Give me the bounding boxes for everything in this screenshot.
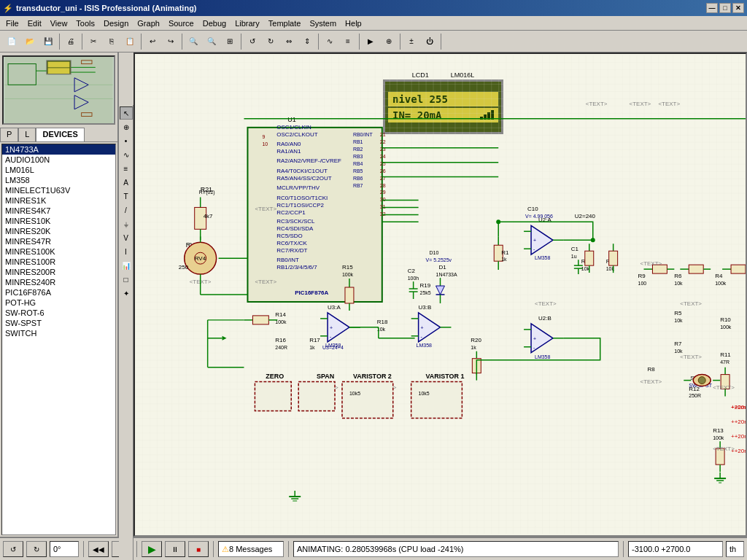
power-button[interactable]: ⏻ [421,33,438,50]
simulate-button[interactable]: ▶ [362,33,379,50]
menu-item-graph[interactable]: Graph [133,18,164,29]
device-item[interactable]: MINELECT1U63V [2,185,115,195]
menu-item-file[interactable]: File [1,18,23,29]
markers-tool[interactable]: ✦ [120,287,133,300]
device-item[interactable]: SW-ROT-6 [2,308,115,318]
new-button[interactable]: 📄 [3,33,20,50]
undo-button[interactable]: ↩ [144,33,161,50]
device-item[interactable]: SW-SPST [2,318,115,328]
device-item[interactable]: AUDIO100N [2,155,115,165]
menu-item-view[interactable]: View [46,18,72,29]
svg-text:R11: R11 [720,351,731,358]
svg-text:RA4/T0CKI/C1OUT: RA4/T0CKI/C1OUT [276,168,328,174]
menu-item-tools[interactable]: Tools [71,18,99,29]
device-item[interactable]: MINRES20K [2,226,115,236]
zoom-in-button[interactable]: 🔍 [185,33,202,50]
play-button[interactable]: ▶ [142,541,162,557]
svg-text:RB0/INT: RB0/INT [353,132,373,137]
device-item[interactable]: PIC16F876A [2,287,115,298]
select-tool[interactable]: ↖ [120,106,133,120]
menu-item-design[interactable]: Design [99,18,133,29]
copy-button[interactable]: ⎘ [103,33,120,50]
menu-item-edit[interactable]: Edit [23,18,46,29]
menu-item-help[interactable]: Help [341,18,366,29]
virtual-instrument-tool[interactable]: 📊 [120,259,133,272]
device-item[interactable]: MINRES100R [2,257,115,267]
svg-text:+: + [330,325,333,330]
device-item[interactable]: MINRES47R [2,236,115,246]
device-item[interactable]: SWITCH [2,328,115,338]
svg-text:RC6/TX/CK: RC6/TX/CK [276,240,307,246]
rotate-ccw-button[interactable]: ↺ [244,33,261,50]
svg-rect-122 [585,251,594,265]
device-item[interactable]: MINRES240R [2,277,115,287]
tab-p[interactable]: P [0,128,18,141]
cut-button[interactable]: ✂ [85,33,102,50]
device-item[interactable]: MINRES4K7 [2,206,115,216]
save-button[interactable]: 💾 [39,33,57,50]
pause-button[interactable]: ⏸ [165,541,185,557]
wire-button[interactable]: ∿ [321,33,338,50]
app-icon: ⚡ [3,4,13,13]
close-button[interactable]: ✕ [732,3,744,13]
junction-tool[interactable]: • [120,134,133,147]
device-item[interactable]: MINRES1K [2,195,115,206]
probe-voltage-tool[interactable]: V [120,231,133,244]
bus-tool[interactable]: ≡ [120,162,133,175]
component-tool[interactable]: ⊕ [120,120,133,133]
step-back-button[interactable]: ◀◀ [88,541,109,557]
device-item[interactable]: 1N4733A [2,144,115,155]
device-item[interactable]: LM358 [2,175,115,185]
schematic-area[interactable]: LCD1 LM016L nivel 255 IN= 20mA [133,52,747,537]
open-button[interactable]: 📂 [21,33,39,50]
svg-text:1k: 1k [471,345,476,350]
svg-text:<TEXT>: <TEXT> [713,446,735,452]
svg-text:250: 250 [179,264,189,271]
svg-text:<TEXT>: <TEXT> [658,101,680,107]
minimize-button[interactable]: — [706,3,718,13]
stop-button[interactable]: ■ [188,541,209,557]
rotate-cw-button[interactable]: ↻ [262,33,279,50]
redo-button[interactable]: ↪ [162,33,179,50]
device-item[interactable]: POT-HG [2,298,115,308]
device-item[interactable]: MINRES200R [2,267,115,277]
zoom-all-button[interactable]: ⊞ [221,33,239,50]
probe-button[interactable]: ⊕ [380,33,398,50]
menubar: FileEditViewToolsDesignGraphSourceDebugL… [0,16,747,31]
paste-button[interactable]: 📋 [121,33,139,50]
circuit-canvas: LCD1 LM016L nivel 255 IN= 20mA [135,54,746,535]
2d-graphics-tool[interactable]: □ [120,273,133,286]
flip-h-button[interactable]: ⇔ [280,33,298,50]
device-item[interactable]: MINRES10K [2,216,115,226]
svg-text:R6: R6 [674,273,682,279]
undo-status-button[interactable]: ↺ [3,541,23,557]
menu-item-debug[interactable]: Debug [198,18,231,29]
menu-item-template[interactable]: Template [264,18,306,29]
device-item[interactable]: MINRES100K [2,246,115,257]
svg-text:RB4: RB4 [353,161,363,166]
menu-item-system[interactable]: System [305,18,341,29]
print-button[interactable]: 🖨 [62,33,80,50]
label-tool[interactable]: A [120,176,133,189]
svg-text:MCLR/VPP/THV: MCLR/VPP/THV [276,184,320,191]
menu-item-source[interactable]: Source [164,18,198,29]
redo-status-button[interactable]: ↻ [26,541,47,557]
bus-entry-tool[interactable]: / [120,203,133,217]
svg-point-201 [698,377,705,384]
flip-v-button[interactable]: ⇕ [298,33,316,50]
tab-devices[interactable]: DEVICES [36,128,84,141]
svg-text:R18: R18 [377,319,388,325]
maximize-button[interactable]: □ [719,3,731,13]
bus-button[interactable]: ≡ [339,33,357,50]
zoom-out-button[interactable]: 🔍 [203,33,220,50]
svg-text:22: 22 [380,139,386,144]
menu-item-library[interactable]: Library [231,18,264,29]
tab-l[interactable]: L [18,128,36,141]
component-button[interactable]: ± [403,33,420,50]
probe-current-tool[interactable]: I [120,245,133,258]
svg-text:10k5: 10k5 [419,391,430,396]
wire-tool[interactable]: ∿ [120,148,133,161]
device-item[interactable]: LM016L [2,165,115,175]
text-tool[interactable]: T [120,190,133,203]
power-tool[interactable]: ⏚ [120,217,133,230]
